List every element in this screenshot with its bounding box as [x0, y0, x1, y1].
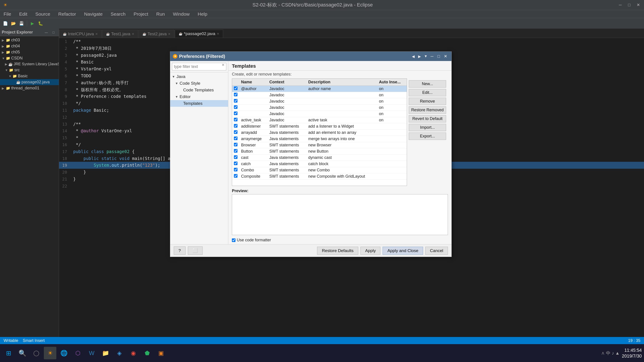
tab-test2[interactable]: ☕ Test2.java ✕ [139, 30, 175, 38]
dialog-tree-code-templates[interactable]: Code Templates [170, 87, 228, 93]
search-button[interactable]: 🔍 [16, 347, 28, 359]
apply-button[interactable]: Apply [360, 247, 380, 255]
menu-window[interactable]: Window [171, 11, 192, 17]
menu-refactor[interactable]: Refactor [56, 11, 78, 17]
taskbar-app6[interactable]: ◉ [127, 347, 140, 359]
tree-item-ch04[interactable]: ▶ 📁 ch04 [0, 43, 59, 49]
toolbar-save-icon[interactable]: 💾 [18, 20, 25, 27]
restore-removed-button[interactable]: Restore Removed [409, 106, 446, 114]
tab-close-test2[interactable]: ✕ [168, 32, 170, 36]
dialog-close-button[interactable]: ✕ [442, 53, 449, 59]
table-row[interactable]: Javadoc on [232, 98, 407, 105]
table-row[interactable]: Javadoc on [232, 105, 407, 111]
project-explorer-minimize-icon[interactable]: — [43, 29, 50, 36]
dialog-menu-icon[interactable]: ▼ [423, 53, 429, 59]
export-button[interactable]: Export... [409, 132, 446, 140]
menu-search[interactable]: Search [109, 11, 128, 17]
import-button[interactable]: Import... [409, 124, 446, 131]
tab-close-passage02[interactable]: ✕ [217, 32, 219, 35]
menu-run[interactable]: Run [154, 11, 167, 17]
table-row[interactable]: Button SWT statements new Button [232, 148, 407, 155]
start-button[interactable]: ⊞ [2, 347, 15, 359]
table-row[interactable]: @author Javadoc author name on [232, 86, 407, 92]
menu-file[interactable]: File [2, 11, 13, 17]
table-row[interactable]: Combo SWT statements new Combo [232, 167, 407, 173]
tab-close-test1[interactable]: ✕ [132, 32, 134, 36]
table-row[interactable]: arraymerge Java statements merge two arr… [232, 136, 407, 142]
taskbar-app5[interactable]: ◈ [113, 347, 126, 359]
cancel-button[interactable]: Cancel [425, 247, 448, 255]
dialog-tree-code-style[interactable]: ▼ Code Style [170, 80, 228, 87]
row-checkbox[interactable] [232, 167, 239, 173]
new-button[interactable]: New... [409, 80, 446, 88]
toolbar-new-icon[interactable]: 📄 [2, 20, 9, 27]
close-button[interactable]: ✕ [634, 2, 642, 8]
toolbar-open-icon[interactable]: 📂 [10, 20, 17, 27]
tree-item-passage02[interactable]: ☕ passage02.java [0, 79, 59, 85]
row-checkbox[interactable] [232, 92, 239, 98]
table-row[interactable]: Javadoc on [232, 92, 407, 98]
taskbar-word[interactable]: W [86, 347, 98, 359]
taskbar-vs[interactable]: ⬡ [72, 347, 84, 359]
dialog-tree-templates[interactable]: Templates [170, 100, 228, 107]
dialog-tree-java[interactable]: ▼ Java [170, 73, 228, 80]
tree-item-csdn[interactable]: ▼ 📁 CSDN [0, 55, 59, 61]
use-formatter-checkbox[interactable] [232, 238, 236, 242]
menu-help[interactable]: Help [196, 11, 209, 17]
tab-passage02[interactable]: ☕ *passage02.java ✕ [175, 30, 223, 38]
tree-item-basic[interactable]: ▼ 📁 Basic [0, 73, 59, 79]
tab-intelcpu[interactable]: ☕ IntelCPU.java ✕ [59, 30, 102, 38]
col-name[interactable]: Name [239, 79, 268, 86]
menu-edit[interactable]: Edit [18, 11, 29, 17]
help-button[interactable]: ? [174, 247, 186, 255]
tree-item-thread[interactable]: ▶ 📁 thread_demo01 [0, 85, 59, 91]
edit-button[interactable]: Edit... [409, 89, 446, 96]
row-checkbox[interactable] [232, 117, 239, 123]
row-checkbox[interactable] [232, 173, 239, 180]
apply-and-close-button[interactable]: Apply and Close [382, 247, 423, 255]
tab-close-intelcpu[interactable]: ✕ [95, 32, 98, 36]
tree-item-ch03[interactable]: ▶ 📁 ch03 [0, 37, 59, 43]
restore-defaults-button[interactable]: Restore Defaults [317, 247, 358, 255]
export-config-button[interactable]: ⬜ [188, 247, 202, 255]
toolbar-debug-icon[interactable]: 🐛 [37, 20, 44, 27]
table-row[interactable]: active_task Javadoc active task on [232, 117, 407, 123]
table-row[interactable]: arrayadd Java statements add an element … [232, 130, 407, 136]
row-checkbox[interactable] [232, 111, 239, 117]
menu-navigate[interactable]: Navigate [82, 11, 104, 17]
tree-item-ch05[interactable]: ▶ 📁 ch05 [0, 49, 59, 55]
revert-to-default-button[interactable]: Revert to Default [409, 115, 446, 122]
toolbar-run-icon[interactable]: ▶ [29, 20, 36, 27]
tree-item-src[interactable]: ▼ 📁 src [0, 67, 59, 73]
tree-item-jre[interactable]: ▶ ☕ JRE System Library [JavaSE-1.8] [0, 61, 59, 67]
menu-source[interactable]: Source [34, 11, 52, 17]
table-row[interactable]: catch Java statements catch block [232, 161, 407, 167]
table-row[interactable]: Browser SWT statements new Browser [232, 142, 407, 148]
dialog-tree-editor[interactable]: ▼ Editor [170, 93, 228, 100]
row-checkbox[interactable] [232, 161, 239, 167]
row-checkbox[interactable] [232, 136, 239, 142]
row-checkbox[interactable] [232, 123, 239, 130]
dialog-forward-icon[interactable]: ▶ [416, 53, 422, 59]
taskbar-app7[interactable]: ⬟ [141, 347, 154, 359]
col-context[interactable]: Context [268, 79, 306, 86]
row-checkbox[interactable] [232, 105, 239, 111]
row-checkbox[interactable] [232, 86, 239, 92]
maximize-button[interactable]: □ [625, 2, 633, 8]
project-explorer-maximize-icon[interactable]: □ [50, 29, 57, 36]
table-row[interactable]: Composite SWT statements new Composite w… [232, 173, 407, 180]
row-checkbox[interactable] [232, 142, 239, 148]
tab-test1[interactable]: ☕ Test1.java ✕ [102, 30, 138, 38]
taskbar-cortana[interactable]: ◯ [30, 347, 42, 359]
row-checkbox[interactable] [232, 98, 239, 105]
taskbar-explorer[interactable]: 📁 [99, 347, 112, 359]
col-auto-insert[interactable]: Auto Inse... [377, 79, 407, 86]
table-row[interactable]: Javadoc on [232, 111, 407, 117]
col-description[interactable]: Description [306, 79, 377, 86]
taskbar-app8[interactable]: ▣ [155, 347, 167, 359]
dialog-back-icon[interactable]: ◀ [410, 53, 416, 59]
taskbar-ie[interactable]: 🌐 [58, 347, 70, 359]
templates-table-wrapper[interactable]: Name Context Description Auto Inse... @a… [232, 78, 407, 186]
table-row[interactable]: cast Java statements dynamic cast [232, 155, 407, 161]
table-row[interactable]: addlistener SWT statements add a listene… [232, 123, 407, 130]
